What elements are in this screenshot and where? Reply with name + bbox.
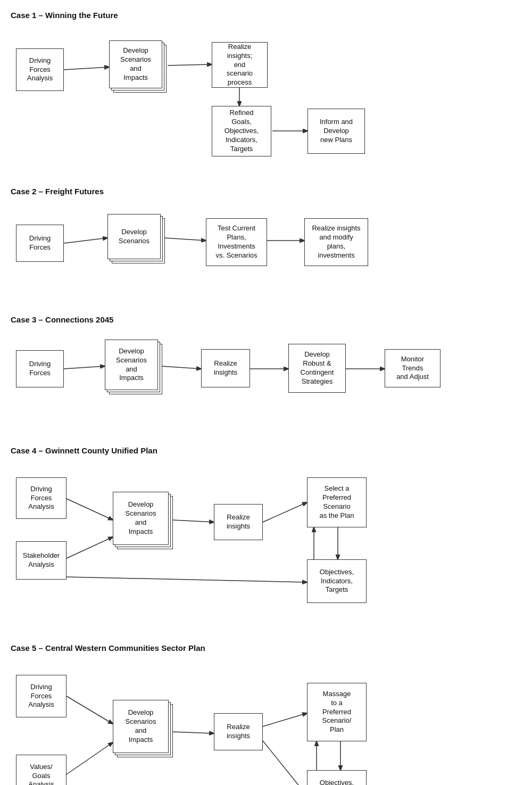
svg-line-22: [263, 741, 307, 785]
svg-line-11: [66, 499, 113, 520]
case3-title: Case 3 – Connections 2045: [11, 315, 521, 324]
case2-title: Case 2 – Freight Futures: [11, 187, 521, 196]
c2-develop-box: Develop Scenarios: [107, 214, 161, 259]
c1-refined-box: Refined Goals, Objectives, Indicators, T…: [212, 106, 271, 156]
c1-inform-box: Inform and Develop new Plans: [307, 109, 365, 154]
case5-section: Case 5 – Central Western Communities Sec…: [11, 643, 521, 785]
c1-realize-box: Realize insights; end scenario process: [212, 42, 268, 88]
svg-line-20: [172, 732, 214, 733]
case4-section: Case 4 – Gwinnett County Unified Plan: [11, 446, 521, 627]
c3-realize-box: Realize insights: [201, 349, 250, 387]
svg-line-7: [64, 366, 105, 369]
c4-sa-box: Stakeholder Analysis: [16, 541, 66, 580]
c5-develop-box: Develop Scenarios and Impacts: [113, 700, 169, 753]
svg-line-1: [168, 64, 212, 65]
svg-line-13: [172, 520, 214, 522]
case3-section: Case 3 – Connections 2045 Driving Forces…: [11, 315, 521, 430]
c3-develop-box: Develop Scenarios and Impacts: [105, 340, 158, 390]
c4-oit-box: Objectives, Indicators, Targets: [307, 559, 367, 603]
svg-line-4: [64, 238, 107, 243]
svg-line-5: [164, 238, 206, 241]
c2-test-box: Test Current Plans, Investments vs. Scen…: [206, 218, 267, 266]
c5-realize-box: Realize insights: [214, 713, 263, 750]
svg-line-8: [161, 366, 201, 369]
c5-massage-box: Massage to a Preferred Scenario/ Plan: [307, 683, 367, 741]
c4-dfa-box: Driving Forces Analysis: [16, 477, 66, 519]
svg-line-0: [64, 67, 109, 70]
case4-title: Case 4 – Gwinnett County Unified Plan: [11, 446, 521, 455]
case1-section: Case 1 – Winning the Future Driving Forc…: [11, 11, 521, 171]
c3-df-box: Driving Forces: [16, 350, 64, 387]
c3-robust-box: Develop Robust & Contingent Strategies: [288, 344, 346, 393]
svg-line-12: [66, 537, 113, 558]
c4-develop-box: Develop Scenarios and Impacts: [113, 492, 169, 545]
c3-monitor-box: Monitor Trends and Adjust: [385, 349, 440, 387]
svg-line-21: [263, 713, 307, 726]
c5-vg-box: Values/ Goals Analysis: [16, 755, 66, 785]
c1-develop-box: Develop Scenarios and Impacts: [109, 40, 162, 88]
c5-oit-box: Objectives, Indicators, Targets: [307, 770, 367, 785]
c5-dfa-box: Driving Forces Analysis: [16, 675, 66, 717]
c4-realize-box: Realize insights: [214, 504, 263, 540]
case5-title: Case 5 – Central Western Communities Sec…: [11, 643, 521, 652]
svg-line-18: [66, 696, 113, 724]
svg-line-19: [66, 742, 113, 774]
svg-line-17: [66, 577, 307, 582]
case2-section: Case 2 – Freight Futures Driving Forces …: [11, 187, 521, 299]
c1-dfa-box: Driving Forces Analysis: [16, 48, 64, 91]
c2-realize-box: Realize insights and modify plans, inves…: [304, 218, 368, 266]
c4-select-box: Select a Preferred Scenario as the Plan: [307, 477, 367, 527]
svg-line-14: [263, 502, 307, 522]
case1-title: Case 1 – Winning the Future: [11, 11, 521, 20]
c2-df-box: Driving Forces: [16, 225, 64, 262]
